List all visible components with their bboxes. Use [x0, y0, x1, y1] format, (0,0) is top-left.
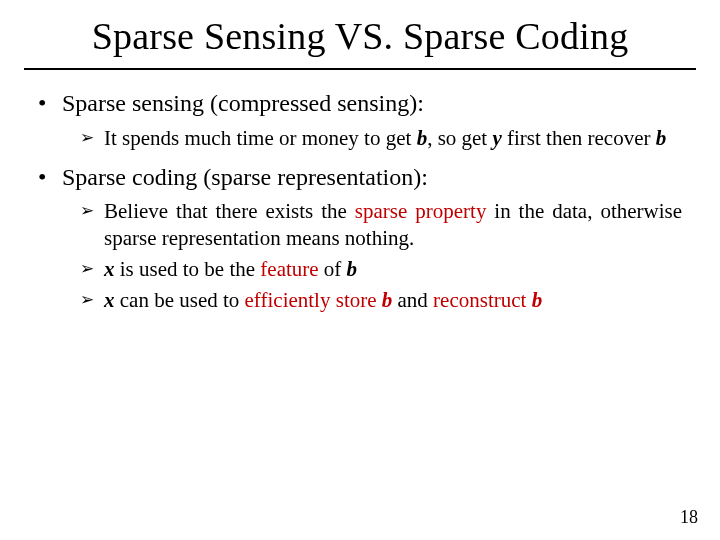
text: is used to be the	[115, 257, 261, 281]
text: of	[319, 257, 347, 281]
var-b: b	[532, 288, 543, 312]
slide-title: Sparse Sensing VS. Sparse Coding	[0, 0, 720, 64]
bullet-list: Sparse sensing (compressed sensing): ➢ I…	[38, 88, 682, 314]
bullet2-heading: Sparse coding (sparse representation):	[62, 164, 428, 190]
arrow-icon: ➢	[80, 258, 94, 280]
sub-item-2-2: ➢ x is used to be the feature of b	[80, 256, 682, 283]
highlight-efficiently-store: efficiently store	[245, 288, 382, 312]
bullet1-heading: Sparse sensing (compressed sensing):	[62, 90, 424, 116]
text: and	[392, 288, 433, 312]
var-x: x	[104, 288, 115, 312]
arrow-icon: ➢	[80, 127, 94, 149]
bullet-sparse-sensing: Sparse sensing (compressed sensing): ➢ I…	[38, 88, 682, 152]
sub-list-2: ➢ Believe that there exists the sparse p…	[62, 198, 682, 314]
var-y: y	[492, 126, 501, 150]
highlight-feature: feature	[260, 257, 318, 281]
slide-body: Sparse sensing (compressed sensing): ➢ I…	[0, 88, 720, 314]
text: , so get	[427, 126, 492, 150]
text: Believe that there exists the	[104, 199, 355, 223]
arrow-icon: ➢	[80, 200, 94, 222]
var-b: b	[347, 257, 358, 281]
var-b: b	[382, 288, 393, 312]
var-b: b	[656, 126, 667, 150]
text: first then recover	[502, 126, 656, 150]
text: It spends much time or money to get	[104, 126, 417, 150]
title-rule	[24, 68, 696, 70]
highlight-reconstruct: reconstruct	[433, 288, 532, 312]
page-number: 18	[680, 507, 698, 528]
arrow-icon: ➢	[80, 289, 94, 311]
var-b: b	[417, 126, 428, 150]
sub-item-2-3: ➢ x can be used to efficiently store b a…	[80, 287, 682, 314]
var-x: x	[104, 257, 115, 281]
sub-item-1-1: ➢ It spends much time or money to get b,…	[80, 125, 682, 152]
sub-list-1: ➢ It spends much time or money to get b,…	[62, 125, 682, 152]
sub-item-2-1: ➢ Believe that there exists the sparse p…	[80, 198, 682, 252]
text: can be used to	[115, 288, 245, 312]
highlight-sparse-property: sparse property	[355, 199, 487, 223]
slide: Sparse Sensing VS. Sparse Coding Sparse …	[0, 0, 720, 540]
bullet-sparse-coding: Sparse coding (sparse representation): ➢…	[38, 162, 682, 314]
